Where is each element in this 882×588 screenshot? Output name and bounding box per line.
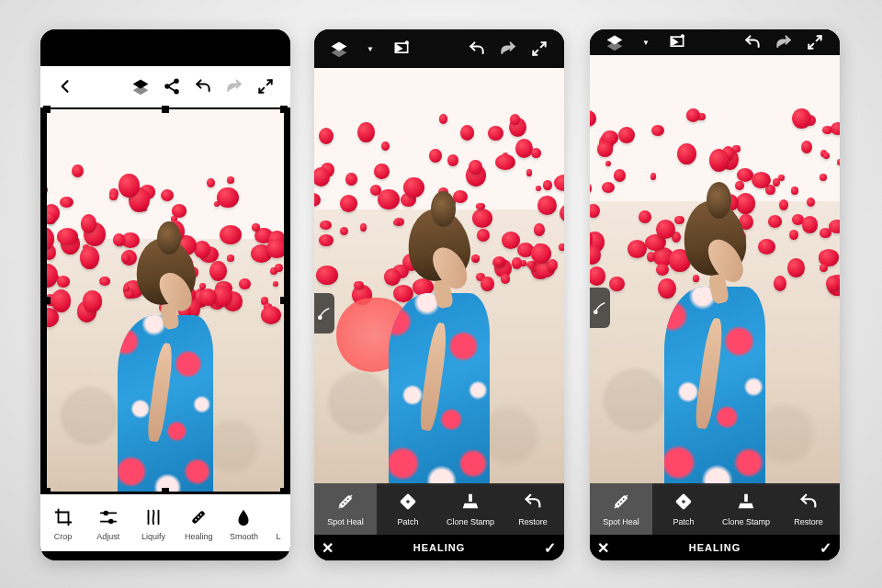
tool-clone-stamp[interactable]: Clone Stamp — [715, 483, 777, 535]
healing-icon — [187, 505, 210, 529]
more-icon — [266, 505, 290, 529]
phone-healing-result: ▼ Spot Heal Patch Clone Stamp — [590, 29, 840, 560]
tool-label: Adjust — [96, 532, 119, 541]
healing-tools: Spot Heal Patch Clone Stamp Restore — [590, 483, 840, 535]
svg-line-5 — [169, 82, 175, 85]
svg-point-45 — [615, 507, 616, 509]
undo-icon[interactable] — [741, 30, 764, 54]
tool-label: Restore — [794, 517, 823, 526]
svg-point-23 — [319, 316, 322, 319]
brush-size-tab[interactable] — [590, 288, 610, 328]
share-icon[interactable] — [160, 74, 184, 98]
layers-icon[interactable] — [129, 74, 153, 98]
phone-light-editor: Crop Adjust Liquify Healing Smooth L — [40, 29, 290, 560]
svg-point-42 — [620, 501, 622, 503]
tool-restore[interactable]: Restore — [777, 483, 840, 535]
undo-icon[interactable] — [465, 37, 489, 61]
healing-tools: Spot Heal Patch Clone Stamp Restore — [314, 483, 564, 535]
liquify-icon — [141, 505, 165, 529]
brush-size-tab[interactable] — [314, 293, 334, 334]
svg-point-20 — [406, 41, 409, 44]
redo-icon — [496, 37, 520, 61]
cancel-button[interactable]: ✕ — [597, 539, 610, 557]
tool-label: Clone Stamp — [722, 517, 770, 526]
tool-label: Healing — [185, 532, 213, 541]
autofix-icon[interactable] — [665, 30, 689, 54]
svg-marker-34 — [607, 41, 623, 51]
svg-line-6 — [169, 87, 175, 91]
back-icon[interactable] — [53, 74, 77, 98]
topbar: ▼ — [590, 29, 840, 55]
statusbar — [40, 29, 290, 66]
tool-clone-stamp[interactable]: Clone Stamp — [439, 483, 502, 535]
svg-point-12 — [109, 519, 113, 523]
smooth-icon — [232, 505, 255, 529]
image-canvas[interactable] — [590, 55, 840, 485]
tool-adjust[interactable]: Adjust — [85, 494, 130, 551]
svg-point-47 — [682, 500, 685, 503]
patch-icon — [673, 492, 694, 515]
svg-point-16 — [200, 514, 202, 515]
layers-dropdown-icon[interactable]: ▼ — [358, 37, 382, 61]
svg-point-36 — [682, 35, 684, 38]
subject — [99, 216, 232, 492]
spot-heal-icon — [335, 492, 356, 515]
crop-icon — [51, 505, 75, 529]
subject — [369, 185, 509, 485]
tool-label: Spot Heal — [327, 517, 364, 526]
layers-icon[interactable] — [603, 30, 627, 54]
tool-liquify[interactable]: Liquify — [130, 494, 175, 551]
crop-handle[interactable] — [280, 297, 288, 304]
crop-handle[interactable] — [162, 106, 169, 113]
spot-heal-icon — [611, 492, 631, 515]
undo-icon[interactable] — [191, 74, 215, 98]
mode-title: HEALING — [413, 542, 466, 553]
topbar: ▼ — [314, 29, 564, 68]
svg-point-26 — [345, 501, 346, 503]
tool-patch[interactable]: Patch — [377, 483, 439, 535]
tool-smooth[interactable]: Smooth — [221, 494, 266, 551]
tool-spot-heal[interactable]: Spot Heal — [590, 483, 652, 535]
crop-handle[interactable] — [43, 297, 51, 304]
tool-label: Smooth — [230, 532, 258, 541]
layers-icon[interactable] — [327, 37, 351, 61]
layers-dropdown-icon[interactable]: ▼ — [634, 30, 658, 54]
restore-icon — [523, 492, 543, 515]
clone-stamp-icon — [460, 492, 481, 515]
tool-more[interactable]: L — [266, 494, 290, 551]
tool-label: Clone Stamp — [447, 517, 494, 526]
svg-marker-1 — [133, 85, 149, 95]
tool-patch[interactable]: Patch — [652, 483, 715, 535]
tool-restore[interactable]: Restore — [502, 483, 564, 535]
bottom-toolbar: Crop Adjust Liquify Healing Smooth L — [40, 494, 290, 551]
accept-button[interactable]: ✓ — [820, 539, 832, 557]
clone-stamp-icon — [736, 492, 756, 515]
svg-point-41 — [617, 503, 619, 505]
accept-button[interactable]: ✓ — [544, 539, 557, 557]
tool-label: Restore — [518, 517, 548, 526]
tool-spot-heal[interactable]: Spot Heal — [314, 483, 377, 535]
tool-crop[interactable]: Crop — [40, 494, 85, 551]
svg-point-14 — [196, 518, 198, 520]
crop-handle[interactable] — [280, 106, 288, 113]
adjust-icon — [96, 505, 120, 529]
image-canvas[interactable] — [314, 68, 564, 485]
tool-label: Crop — [54, 532, 73, 541]
tool-label: Spot Heal — [603, 517, 639, 526]
svg-point-29 — [339, 507, 341, 509]
fullscreen-icon[interactable] — [803, 30, 827, 54]
tool-label: Liquify — [141, 532, 165, 541]
tool-healing[interactable]: Healing — [176, 494, 221, 551]
phone-healing-paint: ▼ Spot Heal Patch Clone Stamp — [314, 29, 564, 560]
autofix-icon[interactable] — [390, 37, 413, 61]
image-canvas[interactable] — [46, 108, 285, 492]
svg-point-25 — [342, 503, 344, 505]
svg-point-11 — [104, 511, 107, 514]
svg-point-28 — [351, 495, 353, 497]
fullscreen-icon[interactable] — [254, 74, 277, 98]
fullscreen-icon[interactable] — [527, 37, 551, 61]
tool-label: Patch — [397, 517, 418, 526]
redo-icon — [772, 30, 796, 54]
crop-handle[interactable] — [43, 106, 51, 113]
cancel-button[interactable]: ✕ — [322, 539, 334, 557]
